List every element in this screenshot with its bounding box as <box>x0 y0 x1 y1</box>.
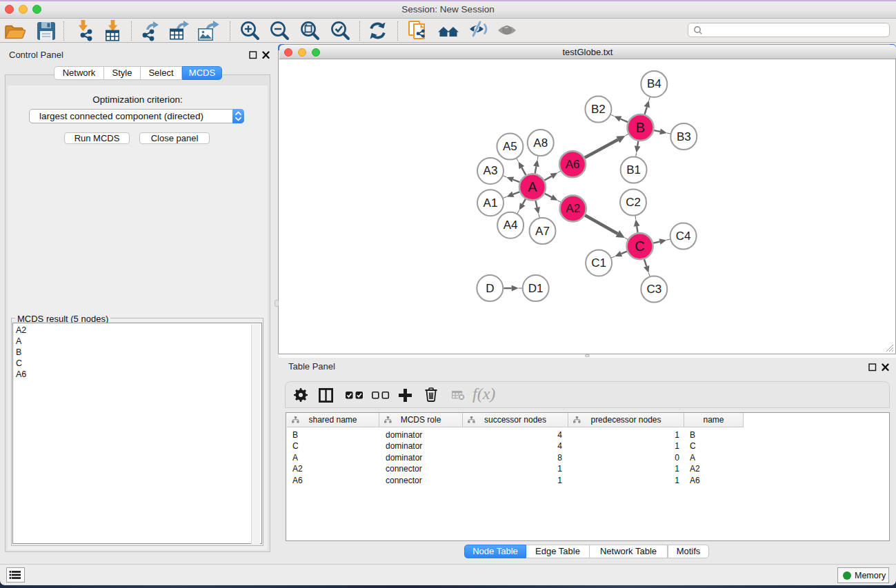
svg-text:C3: C3 <box>646 283 661 296</box>
svg-text:D1: D1 <box>528 282 544 295</box>
svg-text:A5: A5 <box>503 140 517 153</box>
svg-text:C4: C4 <box>676 230 691 243</box>
svg-text:B3: B3 <box>677 130 691 143</box>
svg-text:B: B <box>636 120 645 135</box>
svg-text:C: C <box>635 239 644 254</box>
svg-text:B4: B4 <box>647 77 661 90</box>
svg-text:B2: B2 <box>591 103 606 116</box>
svg-text:D: D <box>486 282 494 295</box>
svg-text:C2: C2 <box>626 196 641 209</box>
svg-text:f(x): f(x) <box>472 385 495 403</box>
svg-text:A3: A3 <box>484 164 498 177</box>
svg-text:C1: C1 <box>591 256 606 270</box>
svg-text:A2: A2 <box>566 202 580 215</box>
svg-text:A1: A1 <box>484 196 498 210</box>
svg-text:B1: B1 <box>626 163 641 176</box>
svg-text:A6: A6 <box>566 158 580 171</box>
svg-text:A: A <box>528 179 537 194</box>
svg-text:A8: A8 <box>533 136 548 150</box>
svg-text:A4: A4 <box>504 219 518 232</box>
svg-text:A7: A7 <box>535 225 550 238</box>
